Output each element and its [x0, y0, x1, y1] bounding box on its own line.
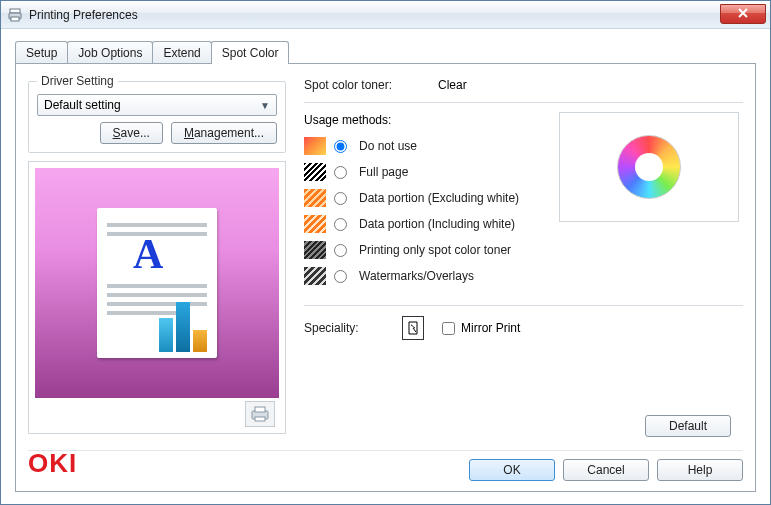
mirror-print-checkbox-wrap[interactable]: Mirror Print	[442, 321, 520, 335]
usage-radio-data-incl-white[interactable]	[334, 218, 347, 231]
preview-background: A	[35, 168, 279, 398]
usage-label: Full page	[359, 165, 408, 179]
management-button[interactable]: Management...	[171, 122, 277, 144]
mirror-print-checkbox[interactable]	[442, 322, 455, 335]
tab-panel-spot-color: Driver Setting Default setting ▼ Save...…	[15, 63, 756, 492]
close-icon	[738, 7, 748, 21]
help-button[interactable]: Help	[657, 459, 743, 481]
svg-rect-4	[255, 407, 265, 412]
left-column: Driver Setting Default setting ▼ Save...…	[28, 74, 286, 479]
mirror-print-icon	[402, 316, 424, 340]
svg-rect-2	[11, 17, 19, 21]
save-button[interactable]: Save...	[100, 122, 163, 144]
driver-setting-value: Default setting	[44, 98, 121, 112]
usage-radio-full-page[interactable]	[334, 166, 347, 179]
color-swatch-icon	[304, 137, 326, 155]
usage-label: Data portion (Excluding white)	[359, 191, 519, 205]
tab-setup[interactable]: Setup	[15, 41, 68, 63]
usage-radio-watermarks[interactable]	[334, 270, 347, 283]
usage-label: Data portion (Including white)	[359, 217, 515, 231]
hatch-swatch-icon	[304, 189, 326, 207]
hatch-swatch-icon	[304, 241, 326, 259]
color-ring-icon	[617, 135, 681, 199]
usage-radio-spot-only[interactable]	[334, 244, 347, 257]
tab-extend[interactable]: Extend	[152, 41, 211, 63]
tab-spot-color[interactable]: Spot Color	[211, 41, 290, 64]
page-preview: A	[28, 161, 286, 434]
preview-letter-a: A	[133, 230, 163, 278]
divider	[304, 102, 743, 103]
default-button[interactable]: Default	[645, 415, 731, 437]
divider	[304, 305, 743, 306]
hatch-swatch-icon	[304, 267, 326, 285]
titlebar: Printing Preferences	[1, 1, 770, 29]
window-frame: Printing Preferences Setup Job Options E…	[0, 0, 771, 505]
usage-label: Printing only spot color toner	[359, 243, 511, 257]
tab-job-options[interactable]: Job Options	[67, 41, 153, 63]
mirror-print-label: Mirror Print	[461, 321, 520, 335]
speciality-label: Speciality:	[304, 321, 384, 335]
right-column: Spot color toner: Clear Usage methods: D…	[304, 74, 743, 479]
dialog-footer: OK Cancel Help	[28, 450, 743, 481]
ok-button[interactable]: OK	[469, 459, 555, 481]
driver-setting-dropdown[interactable]: Default setting ▼	[37, 94, 277, 116]
printer-icon	[7, 7, 23, 23]
window-title: Printing Preferences	[29, 8, 138, 22]
color-preview-box	[559, 112, 739, 222]
cancel-button[interactable]: Cancel	[563, 459, 649, 481]
hatch-swatch-icon	[304, 163, 326, 181]
usage-label: Do not use	[359, 139, 417, 153]
preview-bar-chart-icon	[159, 302, 207, 352]
tabstrip: Setup Job Options Extend Spot Color	[15, 39, 756, 63]
spot-color-toner-label: Spot color toner:	[304, 78, 414, 92]
driver-setting-group: Driver Setting Default setting ▼ Save...…	[28, 74, 286, 153]
usage-radio-do-not-use[interactable]	[334, 140, 347, 153]
spot-color-toner-value: Clear	[438, 78, 467, 92]
preview-document-icon: A	[97, 208, 217, 358]
usage-radio-data-excl-white[interactable]	[334, 192, 347, 205]
svg-rect-5	[255, 417, 265, 421]
printer-thumbnail-icon	[245, 401, 275, 427]
driver-setting-legend: Driver Setting	[37, 74, 118, 88]
svg-rect-0	[10, 9, 20, 13]
chevron-down-icon: ▼	[260, 100, 270, 111]
close-button[interactable]	[720, 4, 766, 24]
client-area: Setup Job Options Extend Spot Color Driv…	[1, 29, 770, 504]
usage-label: Watermarks/Overlays	[359, 269, 474, 283]
hatch-swatch-icon	[304, 215, 326, 233]
